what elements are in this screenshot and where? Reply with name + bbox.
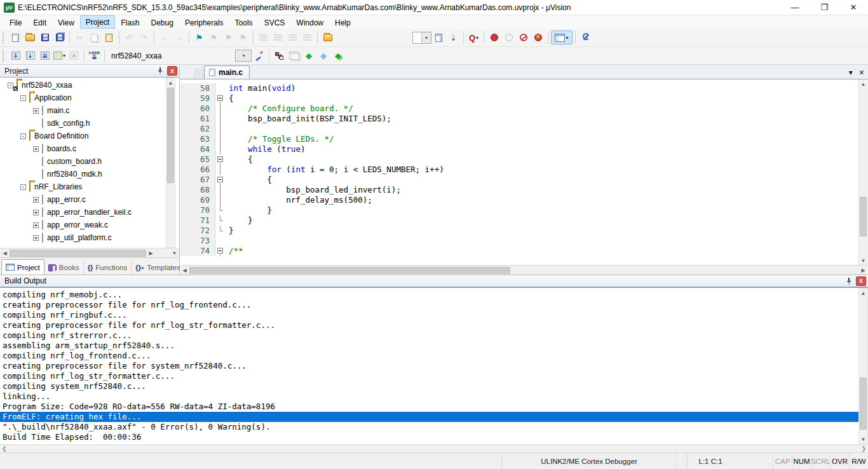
build-output-panel[interactable]: compiling nrf_memobj.c...creating prepro… [0,287,868,444]
menu-item-help[interactable]: Help [329,15,356,29]
scroll-down-icon[interactable]: ▼ [859,435,867,444]
unindent-button[interactable] [271,31,285,44]
navigate-forward-button[interactable]: → [172,31,186,44]
expand-icon[interactable]: + [33,146,39,152]
navigate-back-button[interactable]: ← [157,31,172,44]
menu-item-view[interactable]: View [52,15,80,29]
collapse-icon[interactable]: - [8,83,13,88]
fold-collapse-box[interactable] [217,177,223,182]
save-button[interactable] [37,31,52,44]
enable-disable-breakpoint-button[interactable] [501,31,516,44]
scrollbar-thumb[interactable] [860,197,867,236]
close-document-icon[interactable]: × [859,67,864,78]
scroll-up-icon[interactable]: ▲ [166,78,175,87]
expand-icon[interactable]: + [33,108,39,114]
scroll-down-icon[interactable]: ▼ [859,256,867,265]
manage-project-items-button[interactable] [272,49,287,63]
clear-bookmarks-button[interactable]: ⚑ [236,31,250,44]
insert-breakpoint-button[interactable] [487,31,501,44]
tree-item-board-definition[interactable]: -Board Definition [0,130,165,142]
close-panel-button[interactable]: x [856,276,866,286]
menu-item-window[interactable]: Window [290,15,329,29]
build-output-line[interactable]: compiling nrf_log_frontend.c... [0,351,858,361]
scroll-up-icon[interactable]: ▲ [859,289,867,297]
save-all-button[interactable] [52,31,67,44]
toolbar-grip[interactable] [3,32,6,43]
build-output-line[interactable]: creating preprocessor file for system_nr… [0,361,858,371]
panel-tab-books[interactable]: Books [44,261,84,275]
build-output-line[interactable]: compiling system_nrf52840.c... [0,381,858,391]
collapse-icon[interactable]: - [20,133,26,139]
chevron-down-icon[interactable]: ▾ [566,35,568,41]
incremental-find-button[interactable]: ⇣ [446,31,461,44]
undo-button[interactable]: ↶ [122,31,137,44]
tree-item-main-c[interactable]: +main.c [0,104,165,117]
close-button[interactable]: ✕ [839,0,868,15]
fold-collapse-box[interactable] [217,248,223,254]
previous-bookmark-button[interactable]: ⚑ [221,31,236,44]
project-tree-vertical-scrollbar[interactable]: ▲ [166,78,175,248]
build-button[interactable]: ⇣ [23,49,37,63]
scroll-right-icon[interactable]: ▶ [858,268,868,273]
expand-icon[interactable]: + [33,210,39,215]
tree-item-custom-board-h[interactable]: custom_board.h [0,155,165,168]
tree-item-boards-c[interactable]: +boards.c [0,142,165,155]
select-software-packs-button[interactable]: ◆ [316,49,330,63]
minimize-button[interactable]: — [780,0,810,15]
build-output-horizontal-scrollbar[interactable]: ❮ ❯ [0,444,868,452]
tree-item-app-error-c[interactable]: +app_error.c [0,193,165,206]
collapse-icon[interactable]: - [20,95,26,101]
project-windows-button[interactable]: ▾ [551,31,573,44]
scrollbar-thumb[interactable] [860,377,867,430]
build-output-line[interactable]: creating preprocessor file for nrf_log_f… [0,300,858,310]
fold-marker[interactable] [215,93,225,104]
collapse-icon[interactable]: - [20,184,26,190]
batch-build-button[interactable]: ▾ [52,49,67,63]
build-output-line[interactable]: ".\_build\nrf52840_xxaa.axf" - 0 Error(s… [0,422,858,432]
pin-icon[interactable] [155,66,165,76]
find-in-files-button[interactable] [320,31,335,44]
chevron-down-icon[interactable]: ▾ [421,32,431,43]
tree-item-nrf-libraries[interactable]: -nRF_Libraries [0,180,165,193]
disable-all-breakpoints-button[interactable] [516,31,531,44]
tree-item-nrf52840-xxaa[interactable]: -nrf52840_xxaa [0,79,165,92]
paste-button[interactable] [102,31,116,44]
scroll-left-icon[interactable]: ◀ [0,248,10,257]
panel-tab-project[interactable]: Project [1,259,44,275]
panel-tab-templates[interactable]: {}▸Templates [132,261,185,275]
menu-item-tools[interactable]: Tools [229,15,259,29]
menu-item-edit[interactable]: Edit [27,15,52,29]
chevron-down-icon[interactable]: ▾ [236,50,251,61]
close-panel-button[interactable]: x [167,66,177,76]
indent-button[interactable] [256,31,271,44]
expand-icon[interactable]: + [33,197,39,203]
menu-item-project[interactable]: Project [80,15,115,29]
manage-run-time-environment-button[interactable]: ◆ [301,49,316,63]
fold-collapse-box[interactable] [217,95,223,101]
target-select-value[interactable]: nrf52840_xxaa [111,51,161,60]
editor-horizontal-scrollbar[interactable]: ◀ ▶ [180,265,868,275]
scroll-right-icon[interactable]: ▶ [146,248,156,257]
pack-installer-button[interactable]: ◆ [330,49,345,63]
configuration-button[interactable] [578,31,593,44]
code-area[interactable]: 58int main(void)59{60 /* Configure board… [180,79,868,265]
tree-item-nrf52840-mdk-h[interactable]: nrf52840_mdk.h [0,168,165,180]
tree-item-application[interactable]: -Application [0,92,165,104]
cut-button[interactable]: ✂ [72,31,87,44]
scroll-down-icon[interactable]: ▼ [170,248,179,257]
comment-selection-button[interactable] [285,31,300,44]
build-output-line[interactable]: compiling nrf_ringbuf.c... [0,310,858,320]
redo-button[interactable]: ↷ [137,31,151,44]
download-button[interactable]: LOAD⇊ [87,49,102,63]
options-for-target-button[interactable] [252,49,266,63]
fold-collapse-box[interactable] [217,156,223,162]
build-output-line[interactable]: compiling nrf_memobj.c... [0,290,858,300]
target-select-dropdown[interactable]: ▾ [235,50,252,62]
menu-item-file[interactable]: File [4,15,27,29]
open-file-button[interactable] [23,31,37,44]
scroll-left-icon[interactable]: ◀ [180,268,189,273]
tab-main-c[interactable]: main.c [204,65,250,79]
fold-marker[interactable] [215,246,225,256]
build-output-vertical-scrollbar[interactable]: ▲ ▼ [858,288,868,444]
scroll-up-icon[interactable]: ▲ [859,79,867,88]
